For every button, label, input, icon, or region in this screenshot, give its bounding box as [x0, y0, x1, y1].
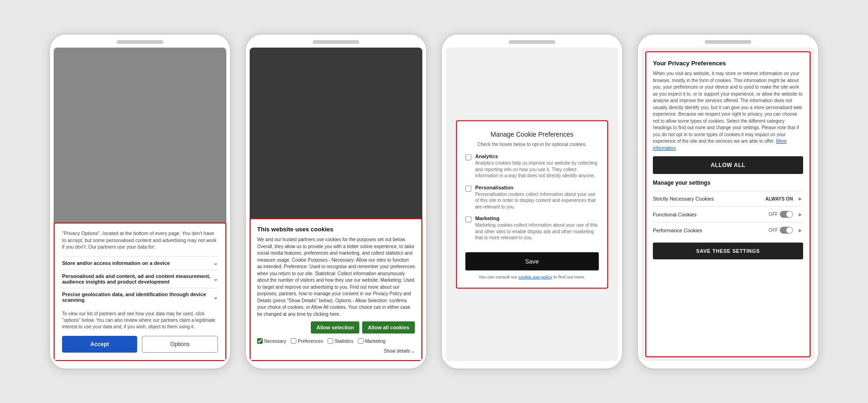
phone-notch-3	[509, 40, 555, 44]
settings-row-strictly[interactable]: Strictly Necessary Cookies ALWAYS ON ►	[653, 191, 803, 206]
analytics-content: Analytics Analytics cookies help us impr…	[475, 153, 599, 179]
always-on-badge: ALWAYS ON	[765, 196, 793, 202]
partners-note: To view our list of partners and see how…	[62, 311, 218, 330]
store-access-label: Store and/or access information on a dev…	[62, 260, 170, 266]
btn-row-2: Allow selection Allow all cookies	[257, 321, 415, 334]
checkbox-necessary[interactable]: Necessary	[257, 338, 286, 344]
settings-row-performance[interactable]: Performance Cookies OFF ►	[653, 222, 803, 238]
marketing-content: Marketing Marketing cookies collect info…	[475, 215, 599, 241]
analytics-desc: Analytics cookies help us improve our we…	[475, 160, 599, 179]
phone-screen-1: "Privacy Options", located at the bottom…	[54, 48, 226, 361]
phone-1: "Privacy Options", located at the bottom…	[49, 34, 231, 369]
phone-4: Your Privacy Preferences When you visit …	[637, 34, 819, 369]
allow-selection-button[interactable]: Allow selection	[311, 321, 359, 334]
strictly-necessary-chevron: ►	[798, 195, 803, 202]
marketing-row: Marketing Marketing cookies collect info…	[465, 215, 599, 241]
show-details-btn[interactable]: Show details ⌄	[384, 348, 415, 354]
body-text-span: When you visit any website, it may store…	[653, 71, 803, 144]
accept-button[interactable]: Accept	[62, 336, 137, 353]
cookie-banner-2-body: We and our trusted partners use cookies …	[257, 236, 415, 318]
marketing-checkbox[interactable]	[465, 216, 471, 222]
cookie-banner-4-title: Your Privacy Preferences	[653, 60, 803, 67]
marketing-label: Marketing	[475, 215, 599, 221]
functional-cookies-label: Functional Cookies	[653, 212, 697, 217]
cookie-option-store: Store and/or access information on a dev…	[62, 256, 218, 270]
checkbox-marketing-input[interactable]	[358, 338, 364, 344]
cookie-banner-3: Manage Cookie Preferences Check the boxe…	[456, 120, 608, 289]
cookie-policy-link[interactable]: cookie use policy	[518, 274, 552, 279]
analytics-label: Analytics	[475, 153, 599, 159]
checkbox-necessary-label: Necessary	[264, 339, 286, 344]
phone-2: This website uses cookies We and our tru…	[245, 34, 427, 369]
performance-off-label: OFF	[769, 228, 778, 233]
checkbox-marketing-label: Marketing	[365, 339, 385, 344]
show-details-chevron: ⌄	[411, 348, 415, 354]
functional-chevron: ►	[798, 211, 803, 218]
personalised-ads-label: Personalised ads and content, ad and con…	[62, 273, 213, 285]
cookie-banner-2: This website uses cookies We and our tru…	[250, 218, 422, 361]
phone-3: Manage Cookie Preferences Check the boxe…	[441, 34, 623, 369]
personalisation-checkbox[interactable]	[465, 185, 471, 191]
consult-note: You can consult our cookie use policy to…	[465, 274, 599, 279]
btn-row-1: Accept Options	[62, 336, 218, 353]
phone-screen-2: This website uses cookies We and our tru…	[250, 48, 422, 361]
cookie-option-geolocation-title[interactable]: Precise geolocation data, and identifica…	[62, 292, 218, 303]
options-button[interactable]: Options	[142, 336, 218, 353]
performance-cookies-right: OFF ►	[769, 227, 803, 234]
save-button-3[interactable]: Save	[465, 252, 599, 270]
save-settings-button[interactable]: SAVE THESE SETTINGS	[653, 243, 803, 259]
functional-toggle-thumb	[786, 211, 792, 217]
checkbox-marketing[interactable]: Marketing	[358, 338, 385, 344]
cookie-option-store-title[interactable]: Store and/or access information on a dev…	[62, 260, 218, 266]
phone-notch-2	[313, 40, 359, 44]
checkbox-statistics-input[interactable]	[328, 338, 333, 344]
checkbox-statistics-label: Statistics	[335, 339, 353, 344]
performance-chevron: ►	[798, 227, 803, 234]
cookie-banner-1: "Privacy Options", located at the bottom…	[54, 222, 226, 361]
cookie-option-geolocation: Precise geolocation data, and identifica…	[62, 288, 218, 306]
checkbox-preferences[interactable]: Preferences	[291, 338, 323, 344]
strictly-necessary-right: ALWAYS ON ►	[765, 195, 803, 202]
functional-toggle[interactable]: OFF	[769, 211, 793, 218]
strictly-necessary-label: Strictly Necessary Cookies	[653, 196, 714, 202]
allow-all-button-4[interactable]: ALLOW ALL	[653, 156, 803, 174]
cookie-option-personalised-title[interactable]: Personalised ads and content, ad and con…	[62, 273, 218, 285]
functional-off-label: OFF	[769, 212, 778, 217]
cookie-banner-3-subtitle: Check the boxes below to opt-in for opti…	[465, 142, 599, 147]
performance-toggle[interactable]: OFF	[769, 227, 793, 234]
intro-text-1: "Privacy Options", located at the bottom…	[62, 230, 218, 250]
checkbox-preferences-input[interactable]	[291, 338, 296, 344]
personalisation-desc: Personalisation cookies collect informat…	[475, 191, 599, 210]
performance-cookies-label: Performance Cookies	[653, 228, 702, 233]
cookie-banner-3-title: Manage Cookie Preferences	[465, 131, 599, 138]
performance-toggle-thumb	[786, 227, 792, 233]
cookie-option-personalised: Personalised ads and content, ad and con…	[62, 270, 218, 288]
geolocation-chevron: ⌄	[213, 294, 218, 300]
settings-row-functional[interactable]: Functional Cookies OFF ►	[653, 206, 803, 222]
personalised-ads-chevron: ⌄	[213, 276, 218, 282]
cookie-banner-4-body: When you visit any website, it may store…	[653, 70, 803, 152]
personalisation-content: Personalisation Personalisation cookies …	[475, 184, 599, 210]
checkbox-row: Necessary Preferences Statistics Marketi…	[257, 338, 415, 354]
phone-notch-1	[117, 40, 163, 44]
personalisation-row: Personalisation Personalisation cookies …	[465, 184, 599, 210]
consult-text: You can consult our	[478, 274, 517, 279]
functional-toggle-track	[780, 211, 793, 218]
analytics-row: Analytics Analytics cookies help us impr…	[465, 153, 599, 179]
phone-notch-4	[705, 40, 751, 44]
analytics-checkbox[interactable]	[465, 154, 471, 160]
cookie-banner-2-title: This website uses cookies	[257, 226, 415, 233]
phone-screen-3: Manage Cookie Preferences Check the boxe…	[446, 48, 618, 361]
functional-cookies-right: OFF ►	[769, 211, 803, 218]
manage-settings-title: Manage your settings	[653, 180, 803, 186]
store-access-chevron: ⌄	[213, 260, 218, 266]
allow-all-button[interactable]: Allow all cookies	[362, 321, 415, 334]
checkbox-necessary-input[interactable]	[257, 338, 263, 344]
show-details-label: Show details	[384, 348, 410, 354]
personalisation-label: Personalisation	[475, 184, 599, 190]
cookie-banner-4: Your Privacy Preferences When you visit …	[645, 51, 811, 357]
checkbox-preferences-label: Preferences	[298, 339, 323, 344]
marketing-desc: Marketing cookies collect information ab…	[475, 222, 599, 241]
geolocation-label: Precise geolocation data, and identifica…	[62, 292, 213, 303]
checkbox-statistics[interactable]: Statistics	[328, 338, 353, 344]
